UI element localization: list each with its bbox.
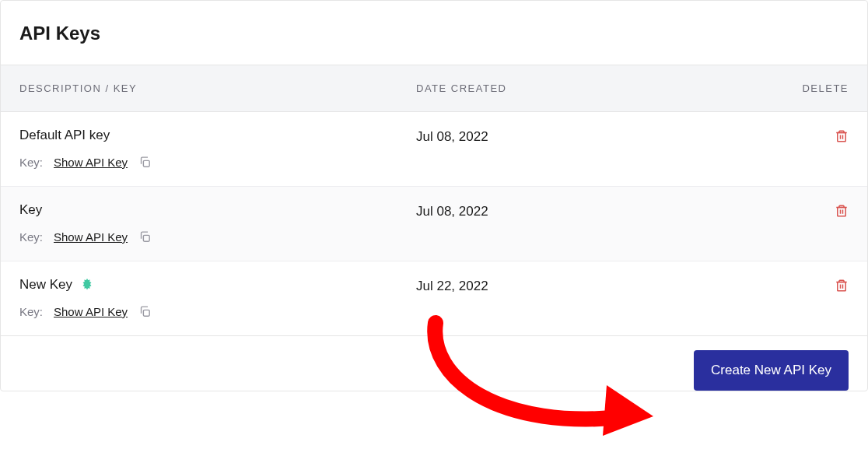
key-label: Key: xyxy=(19,230,43,244)
show-api-key-link[interactable]: Show API Key xyxy=(54,230,128,244)
column-date: DATE CREATED xyxy=(416,82,743,94)
copy-icon[interactable] xyxy=(138,230,152,244)
svg-rect-9 xyxy=(838,282,846,291)
svg-rect-1 xyxy=(838,133,846,142)
key-name: New Key xyxy=(19,277,72,293)
column-delete: DELETE xyxy=(743,82,849,94)
table-row: New Key Key: Show API Key Jul 22, 2022 xyxy=(1,261,867,336)
date-created: Jul 08, 2022 xyxy=(416,128,743,169)
table-row: Key Key: Show API Key Jul 08, 2022 xyxy=(1,187,867,261)
trash-icon[interactable] xyxy=(835,129,849,143)
date-created: Jul 22, 2022 xyxy=(416,277,743,318)
key-name: Key xyxy=(19,202,416,218)
trash-icon[interactable] xyxy=(835,279,849,293)
table-row: Default API key Key: Show API Key Jul 08… xyxy=(1,112,867,187)
copy-icon[interactable] xyxy=(138,305,152,318)
copy-icon[interactable] xyxy=(138,156,152,169)
key-label: Key: xyxy=(19,156,43,169)
table-header: DESCRIPTION / KEY DATE CREATED DELETE xyxy=(1,65,867,112)
trash-icon[interactable] xyxy=(835,204,849,218)
column-description: DESCRIPTION / KEY xyxy=(19,82,416,94)
show-api-key-link[interactable]: Show API Key xyxy=(54,156,128,169)
svg-rect-4 xyxy=(143,235,149,241)
show-api-key-link[interactable]: Show API Key xyxy=(54,305,128,318)
date-created: Jul 08, 2022 xyxy=(416,202,743,244)
svg-rect-8 xyxy=(143,310,149,316)
key-name: Default API key xyxy=(19,128,416,143)
create-new-api-key-button[interactable]: Create New API Key xyxy=(694,350,849,391)
svg-rect-5 xyxy=(838,208,846,216)
key-label: Key: xyxy=(19,305,43,318)
starburst-icon xyxy=(80,278,94,292)
svg-rect-0 xyxy=(143,160,149,167)
page-title: API Keys xyxy=(1,1,867,65)
